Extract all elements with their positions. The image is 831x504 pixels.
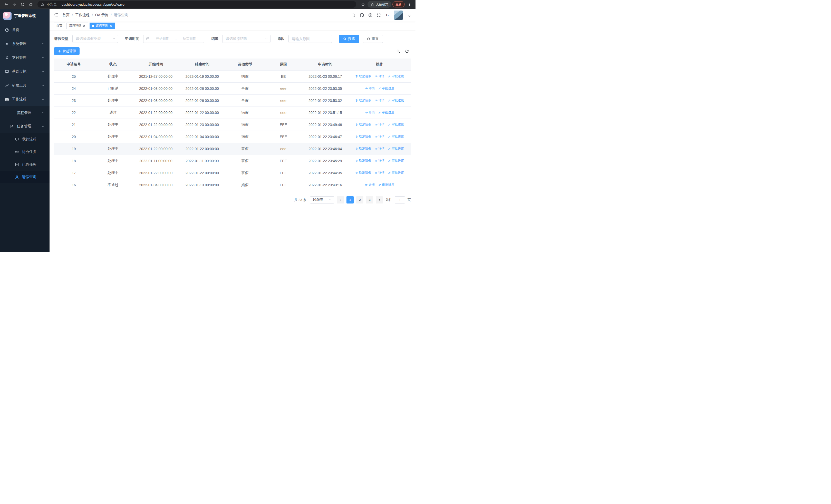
- sidebar-item-leave-query[interactable]: 请假查询: [0, 171, 50, 183]
- cancel-leave-link[interactable]: 取消请假: [355, 171, 371, 175]
- refresh-icon: [405, 49, 409, 53]
- detail-link[interactable]: 详情: [375, 122, 384, 127]
- tab-process-detail[interactable]: 流程详情: [66, 23, 88, 29]
- filter-apply-time: 申请时间 开始日期 - 结束日期: [125, 35, 204, 43]
- reason-input[interactable]: [288, 35, 332, 43]
- next-page-button[interactable]: [376, 196, 383, 204]
- github-button[interactable]: [360, 13, 364, 17]
- table-body: 25 处理中 2021-12-27 00:00:00 2022-01-19 00…: [54, 70, 411, 191]
- breadcrumb-home[interactable]: 首页: [62, 13, 69, 18]
- help-button[interactable]: [368, 13, 372, 17]
- progress-link[interactable]: 审批进度: [378, 183, 394, 187]
- progress-link[interactable]: 审批进度: [388, 171, 404, 175]
- incognito-icon: [371, 3, 374, 6]
- sidebar-item-process-management[interactable]: 流程管理: [0, 106, 50, 120]
- chevron-down-icon: [41, 84, 45, 87]
- sidebar-item-task-management[interactable]: 任务管理: [0, 120, 50, 133]
- cancel-leave-link[interactable]: 取消请假: [355, 135, 371, 139]
- table-row: 18 处理中 2022-01-11 00:00:00 2022-01-11 00…: [54, 155, 411, 167]
- header-search-button[interactable]: [351, 13, 355, 17]
- collapse-sidebar-button[interactable]: [54, 12, 58, 18]
- detail-link[interactable]: 详情: [365, 110, 375, 115]
- incognito-badge: 无痕模式: [368, 1, 391, 8]
- progress-link[interactable]: 审批进度: [388, 122, 404, 127]
- user-avatar[interactable]: [394, 10, 403, 20]
- apply-time-range-picker[interactable]: 开始日期 - 结束日期: [143, 35, 204, 43]
- cancel-leave-link[interactable]: 取消请假: [355, 74, 371, 79]
- chevron-down-icon: [41, 70, 45, 73]
- tab-home[interactable]: 首页: [54, 23, 65, 29]
- cancel-leave-link[interactable]: 取消请假: [355, 147, 371, 151]
- breadcrumb-current: 请假查询: [114, 13, 128, 18]
- progress-link[interactable]: 审批进度: [388, 135, 404, 139]
- reset-button[interactable]: 重置: [363, 35, 383, 43]
- cancel-leave-link[interactable]: 取消请假: [355, 98, 371, 102]
- detail-link[interactable]: 详情: [375, 135, 384, 139]
- browser-home-button[interactable]: [27, 1, 34, 8]
- font-size-button[interactable]: [385, 13, 389, 17]
- progress-link[interactable]: 审批进度: [388, 147, 404, 151]
- browser-reload-button[interactable]: [19, 1, 26, 8]
- sidebar-item-home[interactable]: 首页: [0, 23, 50, 37]
- yen-icon: [5, 56, 9, 60]
- sidebar-item-payment[interactable]: 支付管理: [0, 51, 50, 65]
- prev-page-button[interactable]: [337, 196, 344, 204]
- progress-link[interactable]: 审批进度: [378, 110, 394, 115]
- sidebar-item-todo-tasks[interactable]: 待办任务: [0, 146, 50, 158]
- browser-forward-button[interactable]: [11, 1, 18, 8]
- tab-leave-query[interactable]: 请假查询: [90, 23, 115, 29]
- progress-link[interactable]: 审批进度: [388, 98, 404, 102]
- eye-icon: [375, 75, 377, 78]
- page-button-2[interactable]: 2: [356, 196, 364, 204]
- sidebar-item-my-process[interactable]: 我的流程: [0, 133, 50, 146]
- address-bar[interactable]: 不安全 dashboard.yudao.iocoder.cn/bpm/oa/le…: [37, 1, 356, 8]
- cancel-leave-link[interactable]: 取消请假: [355, 158, 371, 163]
- detail-link[interactable]: 详情: [365, 183, 375, 187]
- reason-label: 原因: [278, 36, 285, 41]
- refresh-table-button[interactable]: [405, 49, 409, 53]
- sidebar-menu: 首页 系统管理 支付管理 基础设施 研发工具: [0, 23, 50, 183]
- detail-link[interactable]: 详情: [375, 147, 384, 151]
- eye-icon: [375, 159, 377, 162]
- more-menu-icon: [407, 2, 411, 6]
- progress-link[interactable]: 审批进度: [388, 74, 404, 79]
- cancel-leave-link[interactable]: 取消请假: [355, 122, 371, 127]
- detail-link[interactable]: 详情: [375, 158, 384, 163]
- detail-link[interactable]: 详情: [375, 171, 384, 175]
- page-size-select[interactable]: 10条/页: [310, 196, 334, 204]
- table-row: 21 处理中 2022-01-22 00:00:00 2022-01-23 00…: [54, 119, 411, 130]
- close-icon[interactable]: [83, 25, 85, 27]
- chevron-down-icon: [41, 111, 45, 114]
- sidebar-item-devtools[interactable]: 研发工具: [0, 79, 50, 92]
- detail-link[interactable]: 详情: [375, 98, 384, 102]
- sidebar-item-workflow[interactable]: 工作流程: [0, 92, 50, 106]
- app-logo[interactable]: 芋道管理系统: [0, 9, 50, 23]
- close-icon[interactable]: [110, 25, 112, 27]
- result-select[interactable]: 请选择流结果: [222, 35, 270, 43]
- browser-update-button[interactable]: 更新: [393, 1, 405, 7]
- toggle-search-button[interactable]: [396, 49, 400, 53]
- create-leave-button[interactable]: 发起请假: [54, 47, 80, 55]
- leave-type-select[interactable]: 请选择请假类型: [73, 35, 118, 43]
- browser-back-button[interactable]: [3, 1, 10, 8]
- sidebar-item-infrastructure[interactable]: 基础设施: [0, 65, 50, 79]
- top-navbar: 首页 / 工作流程 / OA 示例 / 请假查询: [50, 9, 416, 22]
- bookmark-star-button[interactable]: [359, 1, 367, 8]
- github-icon: [360, 13, 364, 17]
- search-button[interactable]: 搜索: [339, 35, 359, 43]
- detail-link[interactable]: 详情: [365, 86, 375, 91]
- sidebar-item-done-tasks[interactable]: 已办任务: [0, 158, 50, 171]
- detail-link[interactable]: 详情: [375, 74, 384, 79]
- browser-menu-button[interactable]: [406, 1, 413, 8]
- chevron-down-icon: [329, 198, 332, 201]
- sidebar-item-system[interactable]: 系统管理: [0, 37, 50, 51]
- progress-link[interactable]: 审批进度: [378, 86, 394, 91]
- calendar-icon: [146, 37, 150, 40]
- goto-page-input[interactable]: [395, 196, 405, 204]
- col-apply-time: 申请时间: [302, 59, 348, 70]
- help-icon: [368, 13, 372, 17]
- page-button-1[interactable]: 1: [346, 196, 354, 204]
- progress-link[interactable]: 审批进度: [388, 158, 404, 163]
- page-button-3[interactable]: 3: [366, 196, 373, 204]
- fullscreen-button[interactable]: [377, 13, 381, 17]
